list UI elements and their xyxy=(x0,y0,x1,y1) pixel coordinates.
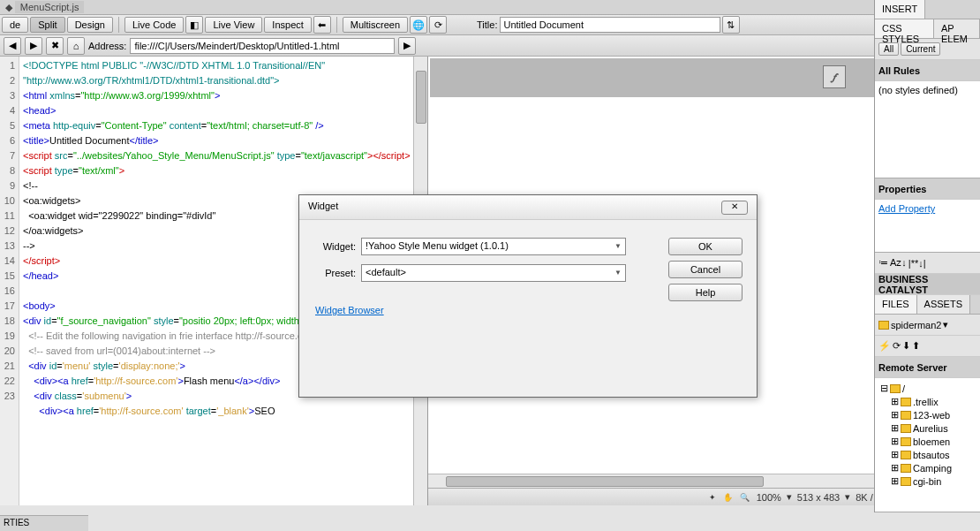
widget-browser-link[interactable]: Widget Browser xyxy=(313,305,384,315)
css-current-button[interactable]: Current xyxy=(901,42,940,56)
css-footer-icons: ≔ Aᴢ↓ |**↓| xyxy=(875,253,980,274)
zoom-tool-icon[interactable]: 🔍 xyxy=(740,493,751,502)
multiscreen-button[interactable]: Multiscreen xyxy=(343,17,408,33)
business-catalyst-header[interactable]: BUSINESS CATALYST xyxy=(875,274,980,295)
dialog-body: Widget: !Yahoo Style Menu widget (1.0.1)… xyxy=(299,220,757,333)
site-dropdown[interactable]: spiderman2 xyxy=(891,320,941,330)
zoom-level[interactable]: 100% xyxy=(757,492,781,503)
dialog-title-text: Widget xyxy=(308,201,338,214)
liveview-button[interactable]: Live View xyxy=(205,17,262,33)
divider xyxy=(336,17,337,33)
tree-item[interactable]: ⊞Aurelius xyxy=(878,421,976,435)
scroll-thumb[interactable] xyxy=(446,476,764,487)
no-styles-text: (no styles defined) xyxy=(878,85,958,95)
css-panel-tab-row: CSS STYLES AP ELEM xyxy=(875,19,980,39)
properties-panel-tab[interactable]: RTIES xyxy=(0,515,88,531)
widget-dialog: Widget ✕ Widget: !Yahoo Style Menu widge… xyxy=(298,194,758,398)
site-selector-row: spiderman2 ▾ xyxy=(875,315,980,336)
widget-label: Widget: xyxy=(313,241,361,252)
address-label: Address: xyxy=(88,41,126,51)
chevron-down-icon[interactable]: ▾ xyxy=(943,319,948,330)
dialog-close-button[interactable]: ✕ xyxy=(721,201,748,215)
code-view-button[interactable]: de xyxy=(2,17,28,33)
dialog-titlebar[interactable]: Widget ✕ xyxy=(299,195,757,220)
assets-tab[interactable]: ASSETS xyxy=(917,295,970,314)
widget-select[interactable]: !Yahoo Style Menu widget (1.0.1) xyxy=(361,238,626,255)
browse-back-icon[interactable]: ⬅ xyxy=(313,16,331,34)
hand-tool-icon[interactable]: ✋ xyxy=(723,493,735,502)
tree-item[interactable]: ⊞123-web xyxy=(878,408,976,421)
forward-icon[interactable]: ▶ xyxy=(25,37,42,55)
go-icon[interactable]: ▶ xyxy=(398,37,416,55)
toolbar-address: ◀ ▶ ✖ ⌂ Address: ▶ ☰ ☷ xyxy=(0,35,980,57)
file-toolbar: ⚡ ⟳ ⬇ ⬆ xyxy=(875,336,980,357)
split-view-button[interactable]: Split xyxy=(30,17,64,33)
stop-icon[interactable]: ✖ xyxy=(46,37,64,55)
back-icon[interactable]: ◀ xyxy=(4,37,21,55)
tab-icon: ◆ xyxy=(5,2,12,12)
scroll-thumb[interactable] xyxy=(416,71,426,124)
livecode-button[interactable]: Live Code xyxy=(124,17,185,33)
attach-icon[interactable]: ≔ xyxy=(878,257,888,269)
css-styles-tab[interactable]: CSS STYLES xyxy=(875,19,934,38)
get-icon[interactable]: ⬇ xyxy=(902,340,910,352)
address-input[interactable] xyxy=(130,38,395,54)
document-tabbar: ◆ MenuScript.js xyxy=(0,0,980,14)
zoom-dropdown-icon[interactable]: ▾ xyxy=(787,491,792,503)
inspect-button[interactable]: Inspect xyxy=(264,17,311,33)
inspect-toggle-icon[interactable]: ◧ xyxy=(185,16,203,34)
insert-panel-tab-row: INSERT xyxy=(875,0,980,19)
toolbar-main: de Split Design Live Code ◧ Live View In… xyxy=(0,14,980,35)
right-panel-group: INSERT CSS STYLES AP ELEM All Current Al… xyxy=(874,0,980,512)
files-panel-tab-row: FILES ASSETS xyxy=(875,295,980,315)
tree-item[interactable]: ⊞bloemen xyxy=(878,435,976,448)
properties-body: Add Property xyxy=(875,200,980,253)
line-gutter: 1234567891011121314151617181920212223 xyxy=(0,57,19,505)
divider xyxy=(118,17,119,33)
preset-select[interactable]: <default> xyxy=(361,264,626,282)
tree-item[interactable]: ⊞btsautos xyxy=(878,448,976,461)
title-label: Title: xyxy=(477,19,497,30)
title-input[interactable] xyxy=(500,17,720,33)
dialog-form: Widget: !Yahoo Style Menu widget (1.0.1)… xyxy=(313,238,654,315)
selection-tool-icon[interactable]: ✦ xyxy=(709,493,718,502)
az-icon[interactable]: Aᴢ↓ xyxy=(890,257,907,269)
file-tree[interactable]: ⊟/⊞.trellix⊞123-web⊞Aurelius⊞bloemen⊞bts… xyxy=(875,378,980,512)
dialog-buttons: OK Cancel Help xyxy=(654,238,743,315)
add-property-link[interactable]: Add Property xyxy=(878,203,935,214)
files-tab[interactable]: FILES xyxy=(875,295,917,314)
flash-icon: 𝒇 xyxy=(823,65,846,88)
css-rules-body: (no styles defined) xyxy=(875,81,980,178)
refresh-icon[interactable]: ⟳ xyxy=(893,340,901,352)
put-icon[interactable]: ⬆ xyxy=(912,340,920,352)
dim-dropdown-icon[interactable]: ▾ xyxy=(845,491,850,503)
all-rules-header: All Rules xyxy=(875,60,980,81)
refresh-icon[interactable]: ⟳ xyxy=(429,16,447,34)
remote-server-header: Remote Server xyxy=(875,357,980,378)
design-view-button[interactable]: Design xyxy=(67,17,113,33)
dimensions[interactable]: 513 x 483 xyxy=(797,492,840,503)
tree-item[interactable]: ⊞.trellix xyxy=(878,395,976,408)
file-tab[interactable]: MenuScript.js xyxy=(15,1,85,13)
folder-icon xyxy=(878,321,889,330)
insert-tab[interactable]: INSERT xyxy=(875,0,925,19)
preset-label: Preset: xyxy=(313,268,361,278)
ap-elements-tab[interactable]: AP ELEM xyxy=(934,19,980,38)
category-icon[interactable]: |**↓| xyxy=(908,258,926,269)
css-all-button[interactable]: All xyxy=(878,42,899,56)
help-button[interactable]: Help xyxy=(668,284,743,301)
connect-icon[interactable]: ⚡ xyxy=(878,340,891,352)
tree-item[interactable]: ⊞cgi-bin xyxy=(878,474,976,488)
filemgmt-icon[interactable]: ⇅ xyxy=(722,16,740,34)
properties-header: Properties xyxy=(875,178,980,200)
home-icon[interactable]: ⌂ xyxy=(67,37,85,55)
css-mode-row: All Current xyxy=(875,39,980,60)
cancel-button[interactable]: Cancel xyxy=(668,261,743,278)
ok-button[interactable]: OK xyxy=(668,238,743,255)
tree-item[interactable]: ⊞Camping xyxy=(878,461,976,474)
browser-preview-icon[interactable]: 🌐 xyxy=(410,16,427,34)
